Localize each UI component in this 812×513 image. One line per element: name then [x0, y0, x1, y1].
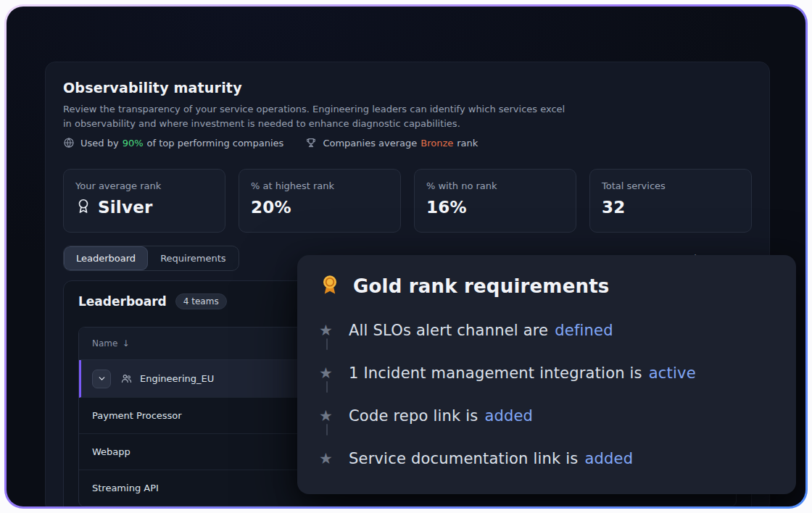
page-title: Observability maturity [63, 80, 752, 96]
globe-icon [63, 137, 75, 149]
usage-stat: Used by 90% of top performing companies [63, 137, 283, 149]
team-icon [120, 372, 133, 385]
requirements-list: ★ All SLOs alert channel are defined ★ 1… [319, 309, 774, 480]
stat-cards-row: Your average rank Silver % at highest ra… [63, 169, 752, 233]
usage-value: 90% [123, 138, 144, 149]
companies-average-stat: Companies average Bronze rank [305, 137, 478, 149]
sort-descending-icon: ↓ [122, 338, 129, 349]
star-icon: ★ [319, 322, 342, 339]
requirement-status: defined [555, 322, 613, 339]
requirement-text: Code repo link is [349, 407, 478, 425]
usage-suffix: of top performing companies [147, 138, 284, 149]
leaderboard-title: Leaderboard [78, 294, 167, 309]
column-name-label: Name [92, 338, 117, 349]
trophy-icon [305, 137, 317, 149]
star-icon: ★ [319, 450, 342, 467]
view-tabs: Leaderboard Requirements [63, 246, 239, 271]
stat-value: 32 [602, 198, 625, 217]
requirement-text: 1 Incident management integration is [349, 364, 642, 382]
requirement-status: active [649, 364, 696, 382]
stat-value: Silver [98, 198, 152, 217]
rank-suffix: rank [457, 138, 478, 149]
collapse-group-button[interactable] [92, 370, 111, 388]
requirement-status: added [584, 450, 633, 467]
tab-requirements[interactable]: Requirements [148, 246, 238, 270]
gold-rank-requirements-popover: Gold rank requirements ★ All SLOs alert … [297, 255, 796, 494]
stat-card-average-rank: Your average rank Silver [63, 169, 225, 233]
stat-label: % with no rank [426, 180, 564, 191]
requirement-item: ★ All SLOs alert channel are defined [319, 309, 774, 351]
stat-label: % at highest rank [251, 180, 389, 191]
app-background: Observability maturity Review the transp… [7, 7, 805, 506]
row-label: Engineering_EU [140, 373, 214, 384]
stat-label: Your average rank [75, 180, 213, 191]
stat-card-no-rank: % with no rank 16% [414, 169, 576, 233]
row-label: Webapp [92, 446, 130, 457]
star-icon: ★ [319, 407, 342, 425]
requirement-item: ★ Service documentation link is added [319, 437, 774, 480]
page-description: Review the transparency of your service … [63, 102, 571, 130]
stat-value: 16% [426, 198, 467, 217]
row-label: Streaming API [92, 483, 159, 493]
requirement-item: ★ Code repo link is added [319, 394, 774, 437]
stat-value: 20% [251, 198, 291, 217]
requirement-status: added [484, 407, 533, 425]
gradient-border-frame: Observability maturity Review the transp… [4, 4, 808, 509]
usage-prefix: Used by [80, 138, 119, 149]
popover-header: Gold rank requirements [319, 274, 774, 299]
requirement-text: Service documentation link is [349, 450, 578, 467]
team-count-badge: 4 teams [175, 293, 227, 309]
requirement-text: All SLOs alert channel are [349, 322, 548, 339]
star-icon: ★ [319, 364, 342, 382]
row-label: Payment Processor [92, 410, 182, 421]
tab-leaderboard[interactable]: Leaderboard [64, 246, 148, 270]
requirement-item: ★ 1 Incident management integration is a… [319, 351, 774, 394]
gold-medal-icon [319, 274, 341, 299]
stat-card-highest-rank: % at highest rank 20% [239, 169, 401, 233]
rank-prefix: Companies average [323, 138, 417, 149]
stat-card-total-services: Total services 32 [589, 169, 752, 233]
popover-title: Gold rank requirements [353, 275, 609, 297]
header-meta-row: Used by 90% of top performing companies … [63, 137, 752, 149]
rank-value: Bronze [420, 138, 453, 149]
stat-label: Total services [602, 180, 740, 191]
silver-medal-icon [75, 198, 91, 217]
